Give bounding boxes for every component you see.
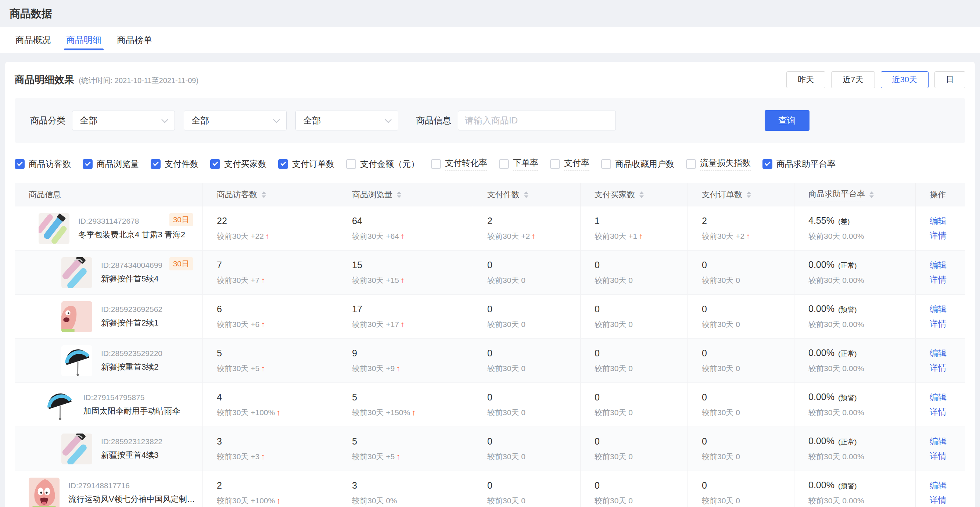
metric-value: 0 [487,392,580,403]
checkbox-icon [499,159,509,169]
rate-delta: 较前30天 0.00% [808,363,915,373]
metric-cell: 22 较前30天 +22 ↑ [203,207,338,250]
action-link[interactable]: 编辑 [930,260,965,270]
category-select[interactable]: 全部 [72,111,175,130]
metric-checkbox[interactable]: 支付金额（元） [346,158,419,170]
arrow-up-icon: ↑ [401,232,404,240]
metric-delta: 较前30天 0 [702,407,794,418]
arrow-up-icon: ↑ [412,408,415,416]
metric-value: 3 [352,480,473,491]
category-select[interactable]: 全部 [184,111,286,130]
action-link[interactable]: 详情 [930,319,965,329]
checkbox-icon [686,159,696,169]
metric-checkbox[interactable]: 支付转化率 [431,157,487,170]
column-header-label: 商品浏览量 [352,189,393,200]
date-range-button[interactable]: 近30天 [881,71,929,88]
action-link[interactable]: 详情 [930,363,965,373]
metric-checkbox-label: 流量损失指数 [700,157,751,170]
tab[interactable]: 商品明细 [66,27,102,53]
help-rate-cell: 0.00% (预警) 较前30天 0.00% [794,383,916,426]
sort-icon[interactable] [640,191,644,198]
metric-cell: 0 较前30天 0 [581,471,688,507]
metric-value: 0 [702,436,794,447]
action-link[interactable]: 详情 [930,231,965,241]
metric-value: 0 [595,436,687,447]
sort-icon[interactable] [869,191,874,198]
column-header: 商品浏览量 [338,183,473,207]
filter-bar: 商品分类 全部 全部 全部 商品信息 查询 [15,98,965,143]
metric-cell: 0 较前30天 0 [473,295,581,339]
metric-delta: 较前30天 +100% ↑ [217,407,338,418]
metric-checkbox-label: 支付买家数 [224,158,266,170]
metric-delta: 较前30天 0 [595,451,687,462]
metric-value: 1 [595,216,687,226]
metric-checkbox[interactable]: 支付率 [550,157,589,170]
metric-checkbox[interactable]: 商品收藏用户数 [601,158,674,170]
sort-icon[interactable] [747,191,751,198]
action-link[interactable]: 详情 [930,407,965,417]
rate-status: (预警) [838,393,857,403]
metric-cell: 0 较前30天 0 [581,427,688,470]
checkbox-icon [278,159,288,169]
action-link[interactable]: 编辑 [930,304,965,315]
table-body: ID:293311472678 冬季包装费北京4 甘肃3 青海2 30日 22 … [15,207,965,507]
metric-delta: 较前30天 +7 ↑ [217,275,338,286]
tab[interactable]: 商品概况 [16,27,51,53]
actions-cell: 编辑详情 [916,427,965,470]
actions-cell: 编辑详情 [916,339,965,383]
arrow-up-icon: ↑ [401,276,404,284]
sort-icon[interactable] [397,191,401,198]
checkbox-icon [762,159,772,169]
date-range-button[interactable]: 日 [934,71,965,88]
page-title: 商品数据 [10,6,970,21]
metric-delta: 较前30天 0 [487,363,580,373]
checkbox-icon [601,159,611,169]
metric-value: 0 [487,348,580,359]
product-title: 新疆按重首3续2 [101,361,162,372]
action-link[interactable]: 详情 [930,451,965,461]
metric-value: 5 [352,392,473,403]
column-header: 操作 [916,183,965,207]
metric-checkbox[interactable]: 下单率 [499,157,538,170]
action-link[interactable]: 编辑 [930,393,965,403]
product-id: ID:285923692562 [101,305,162,314]
table-header: 商品信息 商品访客数 商品浏览量 支付件数 支付买家数 支付订单数 商品求助平台… [15,183,965,207]
tab[interactable]: 商品榜单 [117,27,152,53]
action-link[interactable]: 编辑 [930,216,965,226]
rate-value: 0.00% [808,392,835,402]
metric-checkbox[interactable]: 支付买家数 [210,158,266,170]
date-range-button[interactable]: 近7天 [831,71,875,88]
metric-checkbox[interactable]: 支付订单数 [278,158,334,170]
metric-checkbox[interactable]: 商品浏览量 [83,158,139,170]
metric-checkbox[interactable]: 商品求助平台率 [762,158,835,170]
metric-value: 7 [217,260,338,270]
category-select[interactable]: 全部 [296,111,398,130]
metric-value: 15 [352,260,473,270]
action-link[interactable]: 详情 [930,275,965,285]
action-link[interactable]: 编辑 [930,348,965,359]
product-id: ID:279154795875 [83,393,180,402]
date-range-button[interactable]: 昨天 [786,71,825,88]
checkbox-icon [210,159,220,169]
column-header: 商品信息 [15,183,203,207]
metric-value: 0 [702,348,794,359]
action-link[interactable]: 编辑 [930,480,965,491]
sort-icon[interactable] [262,191,266,198]
rate-status: (差) [838,217,850,226]
action-link[interactable]: 编辑 [930,437,965,447]
metric-checkbox[interactable]: 支付件数 [151,158,199,170]
product-id-input[interactable] [458,111,616,130]
metric-value: 5 [217,348,338,359]
action-link[interactable]: 详情 [930,495,965,505]
metric-value: 0 [595,392,687,403]
metric-value: 0 [702,480,794,491]
metric-checkbox[interactable]: 商品访客数 [15,158,71,170]
sort-icon[interactable] [524,191,528,198]
metric-delta: 较前30天 0 [595,275,687,286]
metric-cell: 3 较前30天 0% [338,471,473,507]
rate-value: 0.00% [808,259,835,270]
query-button[interactable]: 查询 [765,110,810,131]
metric-checkbox[interactable]: 流量损失指数 [686,157,751,170]
help-rate-cell: 0.00% (正常) 较前30天 0.00% [794,251,916,294]
column-header-label: 商品信息 [29,189,61,200]
